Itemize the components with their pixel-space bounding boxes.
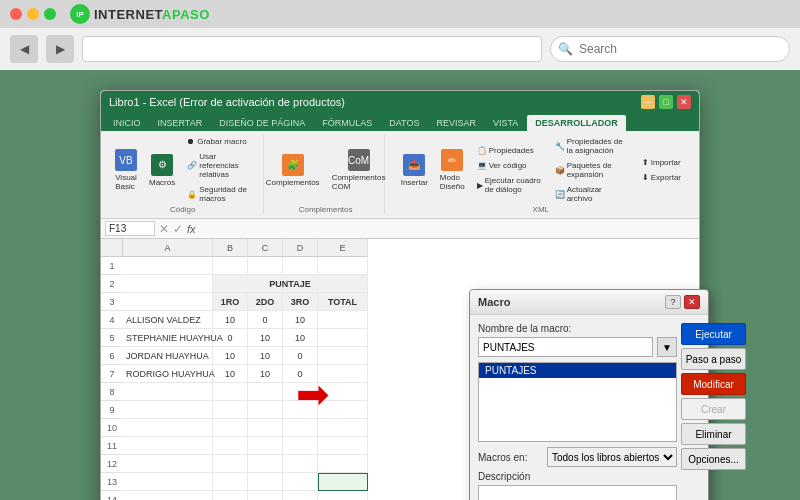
macros-en-select[interactable]: Todos los libros abiertos xyxy=(547,447,677,467)
macro-list[interactable]: PUNTAJES xyxy=(478,362,677,442)
maximize-traffic-light[interactable] xyxy=(44,8,56,20)
cell-d10[interactable] xyxy=(283,419,318,437)
cell-c3[interactable]: 2DO xyxy=(248,293,283,311)
cell-puntaje[interactable]: PUNTAJE xyxy=(213,275,368,293)
col-header-b[interactable]: B xyxy=(213,239,248,257)
ver-codigo-btn[interactable]: 💻Ver código xyxy=(473,159,547,172)
col-header-a[interactable]: A xyxy=(123,239,213,257)
cell-e4[interactable] xyxy=(318,311,368,329)
macro-name-input[interactable] xyxy=(478,337,653,357)
cell-c11[interactable] xyxy=(248,437,283,455)
cell-d14[interactable] xyxy=(283,491,318,500)
tab-desarrollador[interactable]: DESARROLLADOR xyxy=(527,115,626,131)
cell-b6[interactable]: 10 xyxy=(213,347,248,365)
cell-c6[interactable]: 10 xyxy=(248,347,283,365)
cell-c7[interactable]: 10 xyxy=(248,365,283,383)
opciones-button[interactable]: Opciones... xyxy=(681,448,746,470)
col-header-e[interactable]: E xyxy=(318,239,368,257)
cell-a11[interactable] xyxy=(123,437,213,455)
paso-a-paso-button[interactable]: Paso a paso xyxy=(681,348,746,370)
cell-b7[interactable]: 10 xyxy=(213,365,248,383)
row-header-11[interactable]: 11 xyxy=(101,437,123,455)
cell-e13[interactable] xyxy=(318,473,368,491)
visual-basic-btn[interactable]: VB VisualBasic xyxy=(111,147,141,193)
row-header-3[interactable]: 3 xyxy=(101,293,123,311)
cell-a10[interactable] xyxy=(123,419,213,437)
cell-c12[interactable] xyxy=(248,455,283,473)
cell-d12[interactable] xyxy=(283,455,318,473)
excel-minimize-btn[interactable]: ─ xyxy=(641,95,655,109)
tab-formulas[interactable]: FÓRMULAS xyxy=(314,115,380,131)
formula-input[interactable] xyxy=(200,223,695,234)
tab-inicio[interactable]: INICIO xyxy=(105,115,149,131)
row-header-8[interactable]: 8 xyxy=(101,383,123,401)
cell-d13[interactable] xyxy=(283,473,318,491)
cell-a13[interactable] xyxy=(123,473,213,491)
excel-close-btn[interactable]: ✕ xyxy=(677,95,691,109)
dialog-help-btn[interactable]: ? xyxy=(665,295,681,309)
cell-e7[interactable] xyxy=(318,365,368,383)
usar-referencias-btn[interactable]: 🔗Usar referencias relativas xyxy=(183,150,254,181)
cell-a2[interactable] xyxy=(123,275,213,293)
close-traffic-light[interactable] xyxy=(10,8,22,20)
tab-vista[interactable]: VISTA xyxy=(485,115,526,131)
cell-a9[interactable] xyxy=(123,401,213,419)
cell-c14[interactable] xyxy=(248,491,283,500)
ejecutar-cuadro-btn[interactable]: ▶Ejecutar cuadro de diálogo xyxy=(473,174,547,196)
complementos-btn[interactable]: 🧩 Complementos xyxy=(262,152,324,189)
macro-name-browse-btn[interactable]: ▼ xyxy=(657,337,677,357)
importar-btn[interactable]: ⬆Importar xyxy=(638,156,685,169)
row-header-7[interactable]: 7 xyxy=(101,365,123,383)
macros-btn[interactable]: ⚙ Macros xyxy=(145,152,179,189)
cell-e3[interactable]: TOTAL xyxy=(318,293,368,311)
description-textarea[interactable] xyxy=(478,485,677,500)
row-header-13[interactable]: 13 xyxy=(101,473,123,491)
cell-e8[interactable] xyxy=(318,383,368,401)
address-bar[interactable] xyxy=(82,36,542,62)
macro-list-item[interactable]: PUNTAJES xyxy=(479,363,676,378)
cell-d7[interactable]: 0 xyxy=(283,365,318,383)
cell-b10[interactable] xyxy=(213,419,248,437)
cell-b13[interactable] xyxy=(213,473,248,491)
cell-d5[interactable]: 10 xyxy=(283,329,318,347)
exportar-btn[interactable]: ⬇Exportar xyxy=(638,171,685,184)
cell-a14[interactable] xyxy=(123,491,213,500)
tab-revisar[interactable]: REVISAR xyxy=(428,115,484,131)
cell-e12[interactable] xyxy=(318,455,368,473)
cell-a3[interactable] xyxy=(123,293,213,311)
cell-b11[interactable] xyxy=(213,437,248,455)
modificar-button[interactable]: Modificar xyxy=(681,373,746,395)
cell-d3[interactable]: 3RO xyxy=(283,293,318,311)
row-header-10[interactable]: 10 xyxy=(101,419,123,437)
cell-a6[interactable]: JORDAN HUAYHUA xyxy=(123,347,213,365)
cell-c5[interactable]: 10 xyxy=(248,329,283,347)
tab-datos[interactable]: DATOS xyxy=(381,115,427,131)
propiedades-asig-btn[interactable]: 🔧Propiedades de la asignación xyxy=(551,135,634,157)
modo-diseno-btn[interactable]: ✏ ModoDiseño xyxy=(436,147,469,193)
cell-d9[interactable] xyxy=(283,401,318,419)
cell-a1[interactable] xyxy=(123,257,213,275)
tab-insertar[interactable]: INSERTAR xyxy=(150,115,211,131)
paquetes-btn[interactable]: 📦Paquetes de expansión xyxy=(551,159,634,181)
search-input[interactable] xyxy=(550,36,790,62)
cell-d1[interactable] xyxy=(283,257,318,275)
grabar-macro-btn[interactable]: ⏺Grabar macro xyxy=(183,135,254,148)
cell-c13[interactable] xyxy=(248,473,283,491)
cell-c9[interactable] xyxy=(248,401,283,419)
cell-a8[interactable] xyxy=(123,383,213,401)
forward-button[interactable]: ▶ xyxy=(46,35,74,63)
minimize-traffic-light[interactable] xyxy=(27,8,39,20)
cell-a12[interactable] xyxy=(123,455,213,473)
row-header-9[interactable]: 9 xyxy=(101,401,123,419)
eliminar-button[interactable]: Eliminar xyxy=(681,423,746,445)
cell-e11[interactable] xyxy=(318,437,368,455)
row-header-14[interactable]: 14 xyxy=(101,491,123,500)
col-header-d[interactable]: D xyxy=(283,239,318,257)
col-header-c[interactable]: C xyxy=(248,239,283,257)
cell-c1[interactable] xyxy=(248,257,283,275)
cell-e5[interactable] xyxy=(318,329,368,347)
cell-b14[interactable] xyxy=(213,491,248,500)
cell-e10[interactable] xyxy=(318,419,368,437)
tab-diseno[interactable]: DISEÑO DE PÁGINA xyxy=(211,115,313,131)
cell-b4[interactable]: 10 xyxy=(213,311,248,329)
